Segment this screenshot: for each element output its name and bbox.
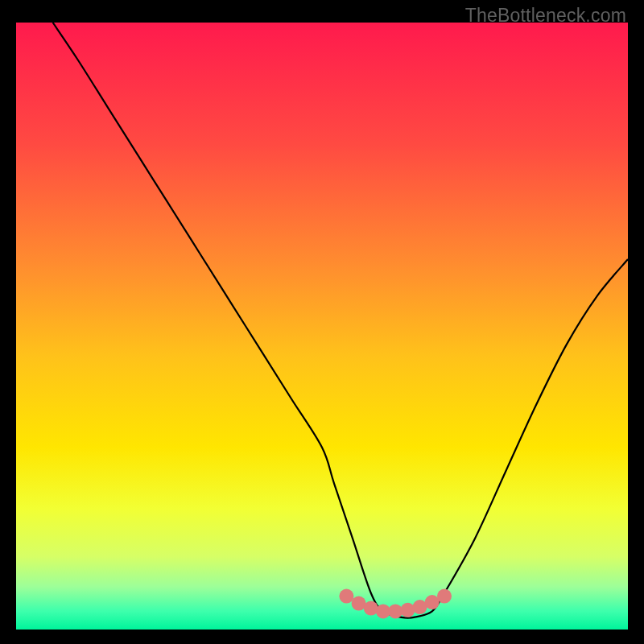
watermark-text: TheBottleneck.com: [465, 5, 626, 27]
optimal-markers: [339, 589, 452, 619]
plot-area: [16, 23, 628, 630]
chart-frame: TheBottleneck.com: [0, 0, 644, 644]
optimal-marker: [437, 589, 452, 604]
optimal-marker: [364, 601, 378, 616]
optimal-marker: [339, 589, 353, 604]
optimal-marker: [388, 604, 402, 618]
bottleneck-curve: [53, 23, 628, 618]
curve-layer: [16, 23, 628, 630]
optimal-marker: [400, 603, 415, 617]
